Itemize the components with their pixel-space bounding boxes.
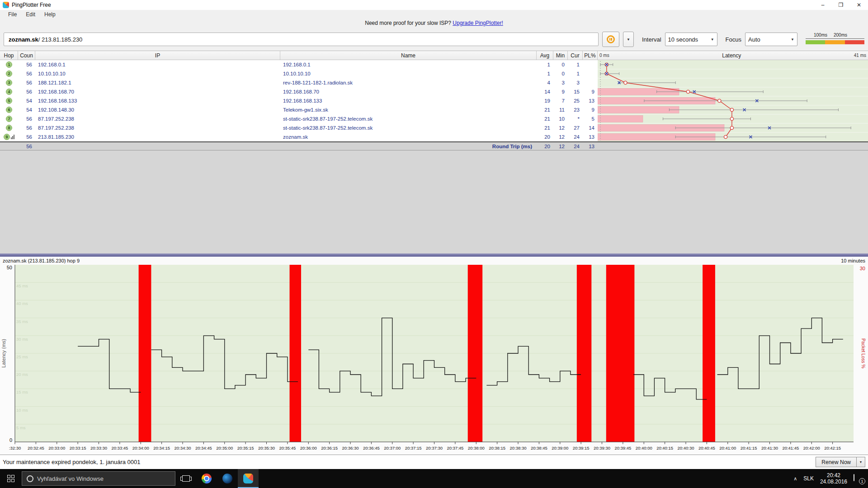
- scale-gradient-bar: [806, 40, 864, 44]
- round-trip-label: Round Trip (ms): [280, 144, 537, 149]
- interval-select[interactable]: 10 seconds▼: [665, 33, 717, 46]
- hop-avg: 4: [537, 80, 553, 85]
- pause-button[interactable]: [602, 32, 619, 47]
- col-min[interactable]: Min: [553, 51, 568, 60]
- menu-edit[interactable]: Edit: [21, 11, 40, 18]
- title-bar: PingPlotter Free – ❐ ✕: [0, 0, 868, 10]
- svg-text:20:36:30: 20:36:30: [342, 446, 359, 450]
- svg-text:20:33:45: 20:33:45: [111, 446, 128, 450]
- svg-text:15 ms: 15 ms: [16, 389, 28, 394]
- col-hop[interactable]: Hop: [0, 51, 18, 60]
- task-view-button[interactable]: [175, 469, 196, 488]
- svg-text:20:39:00: 20:39:00: [552, 446, 568, 450]
- hop-latency-graph[interactable]: [598, 60, 868, 141]
- svg-text::32:30: :32:30: [9, 446, 21, 450]
- language-indicator[interactable]: SLK: [803, 475, 814, 482]
- search-placeholder: Vyhľadávať vo Windowse: [37, 475, 104, 482]
- maximize-icon[interactable]: ❐: [832, 0, 850, 10]
- status-bar: Your maintenance expired pondelok, 1. ja…: [0, 455, 868, 469]
- renew-now-button[interactable]: Renew Now: [816, 457, 857, 467]
- tray-chevron-icon[interactable]: ∧: [793, 476, 797, 482]
- svg-text:Latency (ms): Latency (ms): [1, 339, 6, 368]
- renew-dropdown-button[interactable]: ▼: [857, 457, 865, 467]
- hop-count: 54: [18, 98, 35, 103]
- svg-text:20:42:00: 20:42:00: [803, 446, 820, 450]
- pane-splitter[interactable]: [0, 253, 868, 257]
- pause-dropdown-button[interactable]: ▼: [623, 32, 634, 47]
- maintenance-message: Your maintenance expired pondelok, 1. ja…: [3, 459, 141, 465]
- task-view-icon: [182, 475, 190, 482]
- clock[interactable]: 20:42 24.08.2016: [820, 472, 847, 485]
- hop-cur: 15: [568, 89, 583, 94]
- hop-avg: 20: [537, 134, 553, 140]
- start-button[interactable]: [0, 469, 22, 488]
- hop-count: 56: [18, 134, 35, 140]
- menu-help[interactable]: Help: [40, 11, 60, 18]
- svg-text:30: 30: [860, 266, 865, 271]
- col-cur[interactable]: Cur: [568, 51, 583, 60]
- pingplotter-taskbar-button[interactable]: [238, 469, 259, 488]
- hop-ip: 87.197.252.238: [35, 116, 280, 122]
- hop-number: 7: [0, 116, 18, 122]
- hop-ip: 192.168.0.1: [35, 62, 280, 67]
- timeline-range-label[interactable]: 10 minutes: [841, 258, 865, 263]
- target-address-box[interactable]: zoznam.sk / 213.81.185.230: [4, 33, 599, 46]
- hop-cur: 3: [568, 80, 583, 85]
- hop-number: 9: [0, 134, 18, 140]
- graph-indicator-icon: [11, 135, 14, 139]
- focus-select[interactable]: Auto▼: [745, 33, 797, 46]
- timeline-header: zoznam.sk (213.81.185.230) hop 9 10 minu…: [0, 257, 868, 265]
- col-pl[interactable]: PL%: [583, 51, 598, 60]
- hop-count: 54: [18, 107, 35, 113]
- taskbar-search-input[interactable]: Vyhľadávať vo Windowse: [22, 471, 175, 486]
- col-ip[interactable]: IP: [35, 51, 280, 60]
- hop-pl: 9: [583, 89, 598, 94]
- hop-avg: 19: [537, 98, 553, 103]
- svg-text:50: 50: [7, 265, 12, 270]
- svg-text:20:41:00: 20:41:00: [719, 446, 736, 450]
- hop-avg: 1: [537, 71, 553, 76]
- hop-avg: 21: [537, 125, 553, 131]
- svg-text:35 ms: 35 ms: [16, 319, 28, 324]
- col-name[interactable]: Name: [280, 51, 537, 60]
- hop-name: 192.168.0.1: [280, 62, 537, 67]
- hop-cur: 24: [568, 134, 583, 140]
- windows-logo-icon: [7, 475, 14, 482]
- close-icon[interactable]: ✕: [850, 0, 868, 10]
- menu-file[interactable]: File: [4, 11, 21, 18]
- chrome-icon: [202, 474, 212, 483]
- svg-text:20:35:00: 20:35:00: [216, 446, 233, 450]
- empty-panel: [0, 150, 868, 253]
- hop-number: 1: [0, 61, 18, 68]
- chrome-taskbar-button[interactable]: [196, 469, 217, 488]
- hop-cur: 27: [568, 125, 583, 131]
- svg-text:20:35:45: 20:35:45: [279, 446, 296, 450]
- notification-center-button[interactable]: 1: [854, 474, 863, 483]
- col-avg[interactable]: Avg: [537, 51, 553, 60]
- hop-ip: 213.81.185.230: [35, 134, 280, 140]
- latency-graph-header: 0 ms Latency 41 ms: [598, 51, 868, 60]
- timeline-graph[interactable]: 45 ms40 ms35 ms30 ms25 ms20 ms15 ms10 ms…: [0, 265, 868, 455]
- hop-ip: 192.168.168.133: [35, 98, 280, 103]
- minimize-icon[interactable]: –: [814, 0, 832, 10]
- round-trip-avg: 20: [537, 144, 553, 149]
- scale-200ms-label: 200ms: [834, 33, 847, 38]
- col-count[interactable]: Coun: [18, 51, 35, 60]
- cortana-icon: [27, 475, 33, 482]
- svg-text:20:42:15: 20:42:15: [824, 446, 841, 450]
- svg-text:20:33:00: 20:33:00: [48, 446, 65, 450]
- svg-text:45 ms: 45 ms: [16, 283, 28, 288]
- app-taskbar-button[interactable]: [217, 469, 238, 488]
- chevron-down-icon: ▼: [791, 38, 794, 42]
- upgrade-link[interactable]: Upgrade PingPlotter!: [453, 20, 503, 26]
- renew-control: Renew Now ▼: [816, 457, 865, 467]
- svg-text:20:36:15: 20:36:15: [321, 446, 338, 450]
- menu-bar: File Edit Help: [0, 10, 868, 19]
- hop-count: 56: [18, 71, 35, 76]
- round-trip-cur: 24: [568, 144, 583, 149]
- tray-date: 24.08.2016: [820, 479, 847, 485]
- svg-text:20:37:00: 20:37:00: [384, 446, 401, 450]
- hop-number: 3: [0, 80, 18, 86]
- hop-avg: 14: [537, 89, 553, 94]
- hop-cur: 25: [568, 98, 583, 103]
